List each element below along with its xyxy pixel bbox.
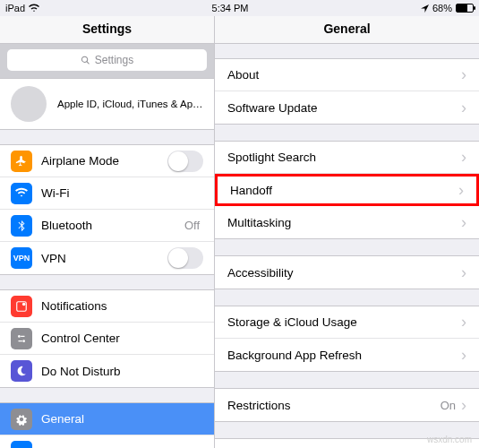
sidebar-item-dnd[interactable]: Do Not Disturb xyxy=(0,355,214,387)
svg-rect-3 xyxy=(21,335,24,336)
apple-id-label: Apple ID, iCloud, iTunes & App St... xyxy=(57,99,203,109)
chevron-right-icon: › xyxy=(461,313,466,332)
avatar xyxy=(11,86,47,122)
chevron-right-icon: › xyxy=(461,263,466,282)
wifi-status-icon xyxy=(29,4,39,13)
vpn-toggle[interactable] xyxy=(167,247,203,269)
airplane-icon xyxy=(11,151,32,172)
search-icon xyxy=(81,56,90,65)
battery-pct: 68% xyxy=(432,3,452,13)
chevron-right-icon: › xyxy=(458,181,464,200)
sidebar-item-general[interactable]: General xyxy=(0,403,214,435)
row-background-refresh[interactable]: Background App Refresh › xyxy=(215,339,479,371)
battery-icon xyxy=(456,4,474,13)
sidebar-item-airplane[interactable]: Airplane Mode xyxy=(0,145,214,177)
row-spotlight[interactable]: Spotlight Search › xyxy=(215,142,479,174)
chevron-right-icon: › xyxy=(461,148,466,167)
svg-point-2 xyxy=(18,335,21,338)
sidebar-item-control-center[interactable]: Control Center xyxy=(0,323,214,355)
sidebar-item-bluetooth[interactable]: Bluetooth Off xyxy=(0,210,214,242)
svg-point-4 xyxy=(22,340,25,342)
row-accessibility[interactable]: Accessibility › xyxy=(215,256,479,289)
location-icon xyxy=(421,4,429,13)
restrictions-value: On xyxy=(441,399,456,412)
moon-icon xyxy=(11,360,32,382)
settings-sidebar: Settings Settings Apple ID, iCloud, iTun… xyxy=(0,16,215,448)
detail-title: General xyxy=(215,16,479,44)
notifications-icon xyxy=(11,296,32,317)
bluetooth-value: Off xyxy=(184,219,200,232)
search-input[interactable]: Settings xyxy=(7,49,207,71)
svg-rect-5 xyxy=(19,340,22,341)
detail-pane: General About › Software Update › Spotli… xyxy=(215,16,479,448)
bluetooth-icon xyxy=(11,215,32,237)
display-icon: AA xyxy=(11,441,32,448)
gear-icon xyxy=(11,409,32,430)
sidebar-title: Settings xyxy=(0,16,214,44)
device-label: iPad xyxy=(5,3,25,13)
svg-point-1 xyxy=(22,302,26,306)
apple-id-row[interactable]: Apple ID, iCloud, iTunes & App St... xyxy=(0,79,214,129)
airplane-toggle[interactable] xyxy=(167,151,203,172)
sidebar-item-notifications[interactable]: Notifications xyxy=(0,290,214,323)
wifi-icon xyxy=(11,183,32,204)
row-storage[interactable]: Storage & iCloud Usage › xyxy=(215,306,479,339)
row-software-update[interactable]: Software Update › xyxy=(215,91,479,124)
chevron-right-icon: › xyxy=(461,65,466,84)
row-datetime[interactable]: Date & Time › xyxy=(215,439,479,448)
row-multitasking[interactable]: Multitasking › xyxy=(215,206,479,238)
row-handoff[interactable]: Handoff › xyxy=(215,174,479,206)
control-center-icon xyxy=(11,328,32,349)
vpn-icon: VPN xyxy=(11,247,32,269)
status-bar: iPad 5:34 PM 68% xyxy=(0,0,479,16)
search-placeholder: Settings xyxy=(95,54,133,66)
sidebar-item-vpn[interactable]: VPN VPN xyxy=(0,242,214,274)
chevron-right-icon: › xyxy=(461,346,466,365)
chevron-right-icon: › xyxy=(461,213,466,232)
chevron-right-icon: › xyxy=(461,99,466,117)
row-restrictions[interactable]: Restrictions On › xyxy=(215,389,479,421)
row-about[interactable]: About › xyxy=(215,59,479,91)
sidebar-item-wifi[interactable]: Wi-Fi xyxy=(0,177,214,210)
chevron-right-icon: › xyxy=(461,396,466,415)
sidebar-item-display[interactable]: AA Display & Brightness xyxy=(0,435,214,448)
status-time: 5:34 PM xyxy=(212,3,249,13)
